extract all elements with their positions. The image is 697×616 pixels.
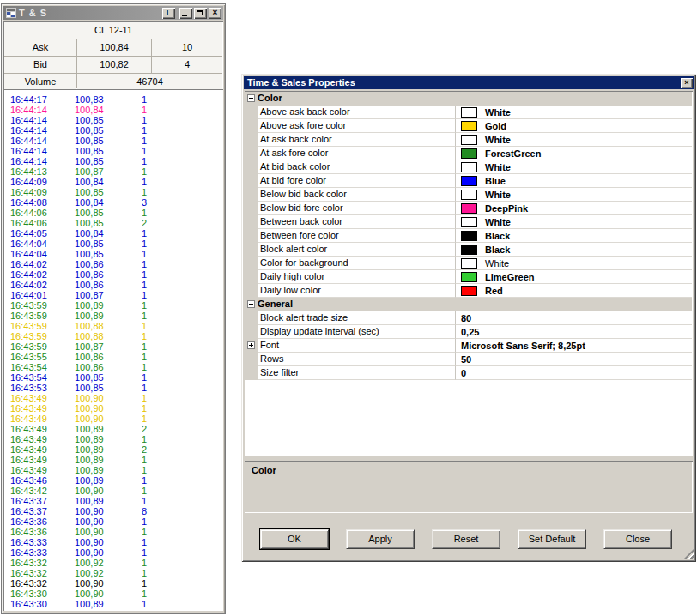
color-swatch: [461, 190, 477, 200]
window-icon: [6, 8, 16, 18]
property-name: Above ask fore color: [258, 119, 456, 133]
dialog-close-button[interactable]: ×: [681, 78, 693, 88]
ok-button[interactable]: OK: [260, 529, 329, 549]
trade-size: 1: [142, 465, 147, 475]
apply-button[interactable]: Apply: [346, 529, 415, 549]
trade-row: 16:43:49100,891: [10, 465, 223, 475]
property-value: 50: [456, 353, 692, 366]
collapse-icon[interactable]: [247, 300, 255, 308]
property-row[interactable]: FontMicrosoft Sans Serif; 8,25pt: [245, 339, 692, 353]
collapse-icon[interactable]: [247, 94, 255, 102]
trade-size: 1: [142, 496, 147, 506]
trade-price: 100,90: [75, 578, 142, 589]
trade-size: 1: [142, 558, 147, 568]
property-row[interactable]: Block alert colorBlack: [245, 243, 692, 257]
property-name: Display update interval (sec): [258, 325, 456, 339]
trade-size: 2: [142, 218, 147, 228]
property-value-text: 80: [461, 313, 471, 323]
property-row[interactable]: Below bid fore colorDeepPink: [245, 202, 692, 215]
link-button[interactable]: L: [162, 8, 175, 19]
property-row[interactable]: Color for backgroundWhite: [245, 257, 692, 270]
section-header-color[interactable]: Color: [245, 92, 692, 106]
property-row[interactable]: Below bid back colorWhite: [245, 188, 692, 202]
close-icon: ×: [684, 79, 688, 87]
trade-price: 100,86: [75, 280, 142, 290]
property-value-text: White: [485, 135, 511, 145]
maximize-button[interactable]: [194, 8, 207, 19]
trade-size: 1: [142, 537, 147, 547]
close-button[interactable]: ×: [209, 8, 221, 19]
property-row[interactable]: Above ask fore colorGold: [245, 119, 692, 133]
trade-size: 1: [142, 393, 147, 403]
row-gutter: [245, 339, 258, 353]
trade-row: 16:44:04100,851: [10, 249, 223, 259]
property-value: LimeGreen: [456, 270, 692, 284]
trade-size: 1: [142, 239, 147, 249]
trade-size: 1: [142, 578, 147, 589]
trade-time: 16:43:46: [10, 475, 75, 486]
property-row[interactable]: Block alert trade size80: [245, 311, 692, 325]
property-row[interactable]: Rows50: [245, 353, 692, 366]
property-row[interactable]: Display update interval (sec)0,25: [245, 325, 692, 339]
trade-size: 1: [142, 547, 147, 558]
resize-grip[interactable]: [683, 549, 694, 559]
color-swatch: [461, 162, 477, 172]
trade-row: 16:43:37100,891: [10, 496, 223, 506]
reset-button[interactable]: Reset: [432, 529, 500, 549]
row-gutter: [245, 366, 258, 380]
property-name: Daily low color: [258, 284, 456, 298]
property-row[interactable]: Size filter0: [245, 366, 692, 380]
trade-price: 100,89: [75, 424, 142, 434]
property-name: Size filter: [258, 366, 456, 380]
minimize-button[interactable]: [179, 8, 192, 19]
property-value-text: 50: [461, 354, 471, 365]
trade-size: 1: [142, 321, 147, 331]
trade-time: 16:43:36: [10, 527, 75, 537]
property-value: Red: [456, 284, 692, 298]
ask-size: 10: [152, 39, 222, 56]
property-row[interactable]: At ask fore colorForestGreen: [245, 147, 692, 160]
close-button[interactable]: Close: [603, 529, 672, 549]
trade-row: 16:43:59100,881: [10, 331, 223, 341]
trade-price: 100,85: [75, 156, 142, 166]
property-row[interactable]: Between back colorWhite: [245, 215, 692, 229]
trade-price: 100,85: [75, 125, 142, 136]
property-row[interactable]: Above ask back colorWhite: [245, 106, 692, 119]
trade-price: 100,85: [75, 208, 142, 218]
color-swatch: [461, 121, 477, 131]
trade-size: 1: [142, 146, 147, 156]
property-row[interactable]: At bid back colorWhite: [245, 160, 692, 174]
property-row[interactable]: Between fore colorBlack: [245, 229, 692, 243]
trade-row: 16:43:32100,921: [10, 558, 223, 568]
trade-price: 100,87: [75, 290, 142, 300]
trade-time: 16:43:49: [10, 403, 75, 414]
expand-icon[interactable]: [247, 341, 255, 349]
trade-row: 16:44:09100,851: [10, 187, 223, 197]
dialog-title: Time & Sales Properties: [247, 76, 681, 89]
trade-size: 1: [142, 280, 147, 290]
minimize-icon: [182, 15, 187, 16]
trade-size: 2: [142, 424, 147, 434]
property-value: White: [456, 133, 692, 147]
section-header-general[interactable]: General: [245, 298, 692, 311]
trade-row: 16:44:17100,831: [10, 94, 223, 105]
color-swatch: [461, 272, 477, 282]
trade-size: 1: [142, 300, 147, 311]
color-swatch: [461, 203, 477, 214]
trade-size: 1: [142, 475, 147, 486]
trade-time: 16:44:14: [10, 146, 75, 156]
row-gutter: [245, 229, 258, 243]
ts-titlebar[interactable]: T & S L ×: [3, 6, 223, 20]
trade-price: 100,89: [75, 599, 142, 609]
property-name: At bid fore color: [258, 174, 456, 188]
property-row[interactable]: At ask back colorWhite: [245, 133, 692, 147]
trade-row: 16:44:02100,861: [10, 280, 223, 290]
dialog-titlebar[interactable]: Time & Sales Properties ×: [244, 76, 694, 89]
trade-time: 16:44:06: [10, 218, 75, 228]
property-row[interactable]: Daily low colorRed: [245, 284, 692, 298]
trade-row: 16:43:36100,901: [10, 527, 223, 537]
set-default-button[interactable]: Set Default: [518, 529, 586, 549]
property-row[interactable]: At bid fore colorBlue: [245, 174, 692, 188]
trade-size: 1: [142, 228, 147, 239]
property-row[interactable]: Daily high colorLimeGreen: [245, 270, 692, 284]
